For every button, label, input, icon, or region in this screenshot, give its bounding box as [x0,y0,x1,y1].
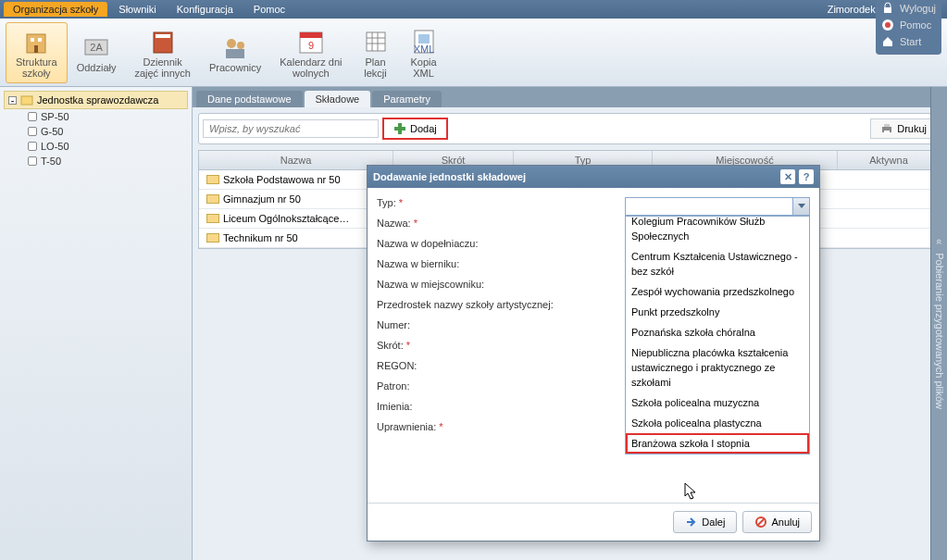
cancel-button[interactable]: Anuluj [742,511,812,533]
ribbon-struktura[interactable]: Struktura szkoły [6,22,68,83]
folder-icon [20,93,33,106]
ribbon-oddzialy[interactable]: 2A Oddziały [68,29,126,77]
ribbon-label: Pracownicy [209,62,261,73]
tree-item[interactable]: T-50 [4,154,188,168]
dropdown-option[interactable]: Branżowa szkoła I stopnia [626,433,809,454]
top-menu-bar: Organizacja szkoły Słowniki Konfiguracja… [0,0,947,19]
dropdown-option[interactable]: Punkt przedszkolny [626,302,809,322]
next-button[interactable]: Dalej [673,511,737,533]
field-nazwa-bier: Nazwa w bierniku: [377,258,616,269]
svg-rect-29 [884,124,890,127]
tree-item[interactable]: SP-50 [4,109,188,124]
sidebar-tree: - Jednostka sprawozdawcza SP-50 G-50 LO-… [0,87,193,560]
svg-rect-10 [226,49,244,58]
field-numer: Numer: [377,319,616,330]
tab-dane-podstawowe[interactable]: Dane podstawowe [196,91,303,107]
dropdown-option[interactable]: Niepubliczna placówka kształcenia ustawi… [626,342,809,392]
ribbon-label: Plan lekcji [364,56,386,79]
menu-tab-organizacja[interactable]: Organizacja szkoły [4,2,107,17]
menu-tab-slowniki[interactable]: Słowniki [109,2,165,17]
link-label: Start [900,36,921,47]
close-icon[interactable]: ✕ [780,169,795,184]
dropdown-option[interactable]: Centrum Kształcenia Ustawicznego - bez s… [626,246,809,281]
modal-title: Dodawanie jednostki składowej [373,171,777,182]
plus-icon [393,122,406,135]
svg-text:9: 9 [308,40,314,51]
add-button[interactable]: Dodaj [382,118,448,140]
dropdown-option[interactable]: Zespół wychowania przedszkolnego [626,281,809,302]
tree-item[interactable]: G-50 [4,124,188,139]
dropdown-input[interactable] [625,197,810,216]
schedule-icon [361,27,391,56]
svg-rect-2 [38,38,42,42]
building-icon [21,27,51,56]
lifebuoy-icon [881,19,894,31]
cell-value: Szkoła Podstawowa nr 50 [223,174,341,185]
lock-icon [881,2,894,15]
tab-parametry[interactable]: Parametry [372,91,442,107]
right-panel-label: Pobieranie przygotowanych plików [934,253,945,409]
ribbon-label: Struktura szkoły [16,56,57,79]
cancel-icon [754,516,767,529]
dropdown-list[interactable]: Kolegium Pracowników Służb Społecznych C… [625,216,810,454]
xml-icon: XML [409,27,439,56]
svg-rect-21 [418,34,430,44]
svg-text:2A: 2A [90,42,103,53]
dropdown-option[interactable]: Kolegium Pracowników Służb Społecznych [626,216,809,246]
button-label: Anuluj [771,516,800,528]
svg-point-24 [885,22,891,28]
ribbon-label: Oddziały [77,62,117,73]
tree-root-label: Jednostka sprawozdawcza [37,94,158,106]
col-header[interactable]: Nazwa [199,151,393,169]
sub-tabs: Dane podstawowe Składowe Parametry [193,87,947,107]
svg-rect-30 [884,131,890,133]
ribbon-pracownicy[interactable]: Pracownicy [200,29,270,77]
help-icon[interactable]: ? [799,169,814,184]
tree-root[interactable]: - Jednostka sprawozdawcza [4,91,188,109]
ribbon-plan[interactable]: Plan lekcji [352,23,400,82]
field-nazwa-dop: Nazwa w dopełniaczu: [377,238,616,249]
svg-rect-25 [21,96,32,105]
chevron-down-icon[interactable] [792,198,809,215]
tree-item-label: SP-50 [41,111,69,122]
svg-rect-14 [367,32,385,51]
ribbon-dziennik[interactable]: Dziennik zajęć innych [125,23,200,82]
collapse-icon[interactable]: - [8,96,17,105]
tree-item-label: G-50 [41,126,63,137]
col-header[interactable]: Aktywna [838,151,941,169]
right-collapsed-panel[interactable]: « Pobieranie przygotowanych plików [930,87,947,560]
svg-rect-22 [884,7,891,13]
print-button[interactable]: Drukuj [870,118,937,139]
help-link[interactable]: Pomoc [881,19,936,31]
menu-tab-konfiguracja[interactable]: Konfiguracja [168,2,243,17]
arrow-right-icon [685,516,698,529]
row-icon [206,194,219,204]
dropdown-option[interactable]: Szkoła policealna plastyczna [626,413,809,433]
svg-rect-12 [300,32,322,38]
header-links: Wyloguj Pomoc Start [876,0,941,55]
tree-item[interactable]: LO-50 [4,139,188,154]
search-input[interactable] [203,119,379,138]
field-regon: REGON: [377,360,616,371]
field-imienia: Imienia: [377,401,616,412]
cell-value: Technikum nr 50 [223,232,298,243]
svg-point-8 [227,39,236,48]
start-link[interactable]: Start [881,35,936,48]
menu-tab-pomoc[interactable]: Pomoc [244,2,294,17]
cell-value: Gimnazjum nr 50 [223,193,301,205]
ribbon-kalendarz[interactable]: 9 Kalendarz dni wolnych [270,23,351,82]
modal-header[interactable]: Dodawanie jednostki składowej ✕ ? [368,166,819,188]
modal-form: Typ: * Nazwa: * Nazwa w dopełniaczu: Naz… [377,197,616,493]
svg-point-9 [237,42,244,49]
row-icon [206,233,219,243]
svg-text:XML: XML [413,44,434,55]
tab-skladowe[interactable]: Składowe [305,91,371,107]
dropdown-option[interactable]: Poznańska szkoła chóralna [626,322,809,342]
dropdown-option[interactable]: Szkoła policealna muzyczna [626,392,809,413]
link-label: Wyloguj [900,3,936,14]
svg-rect-27 [394,127,405,131]
ribbon: Struktura szkoły 2A Oddziały Dziennik za… [0,19,947,87]
ribbon-kopia-xml[interactable]: XML Kopia XML [400,23,448,82]
svg-rect-7 [156,34,170,38]
logout-link[interactable]: Wyloguj [881,2,936,15]
